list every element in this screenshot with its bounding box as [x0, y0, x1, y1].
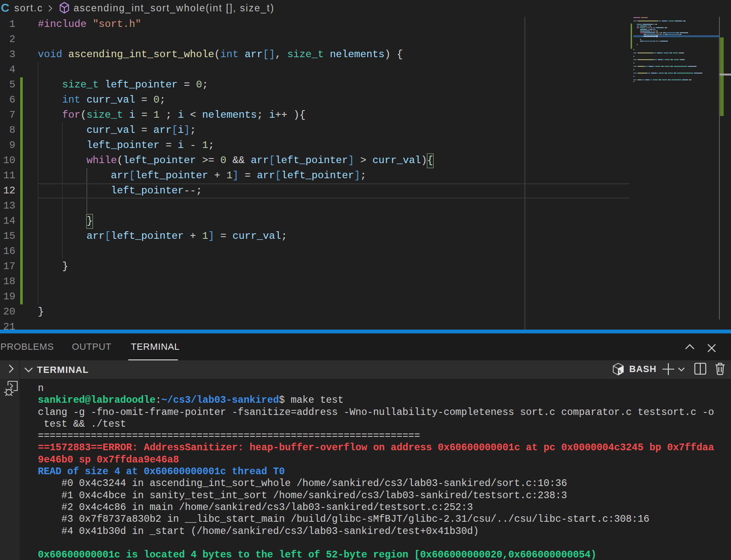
svg-text:$_: $_	[619, 369, 624, 374]
